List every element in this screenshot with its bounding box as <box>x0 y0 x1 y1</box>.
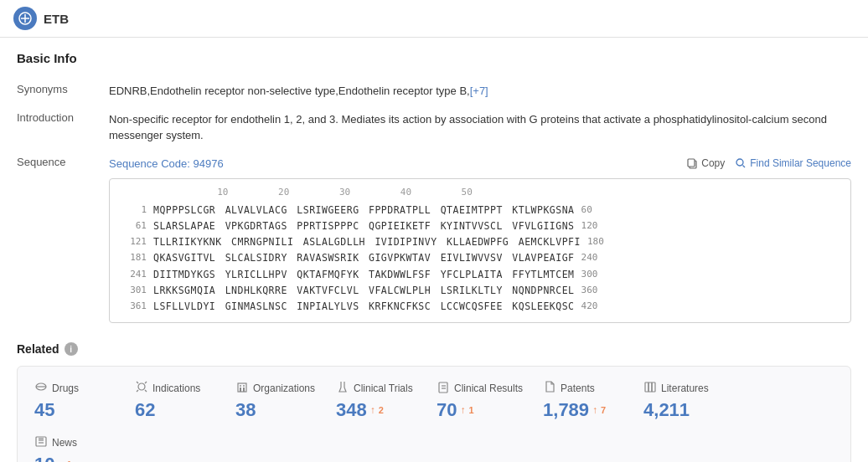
card-label-text: News <box>52 437 77 449</box>
sequence-ruler: 10 20 30 40 50 <box>120 186 840 200</box>
card-icon <box>543 380 556 396</box>
seq-data: LRKKSGMQIA LNDHLKQRRE VAKTVFCLVL VFALCWL… <box>153 284 575 298</box>
find-similar-button[interactable]: Find Similar Sequence <box>735 157 851 169</box>
seq-data: SLARSLAPAE VPKGDRTAGS PPRTISPPPC QGPIEIK… <box>153 219 575 234</box>
seq-end-num: 180 <box>587 235 604 249</box>
sequence-cell: Sequence Code: 94976 Copy <box>109 150 851 330</box>
introduction-text: Non-specific receptor for endothelin 1, … <box>109 105 851 150</box>
related-card-label: News <box>34 434 115 450</box>
sequence-label: Sequence <box>17 150 109 330</box>
card-count: 38 <box>235 399 256 421</box>
related-card-label: Patents <box>543 380 623 396</box>
synonyms-row: Synonyms EDNRB,Endothelin receptor non-s… <box>17 77 851 105</box>
seq-end-num: 420 <box>581 300 598 314</box>
svg-rect-16 <box>243 388 245 392</box>
related-card-value: 70 ↑1 <box>437 399 523 421</box>
related-cards: Drugs 45 Indications 62 Organizations 38… <box>17 366 851 462</box>
sequence-row-item: 1 MQPPPSLCGR ALVALVLACG LSRIWGEERG FPPDR… <box>120 203 840 218</box>
sequence-rows: 1 MQPPPSLCGR ALVALVLACG LSRIWGEERG FPPDR… <box>120 203 840 315</box>
introduction-label: Introduction <box>17 105 109 150</box>
main-content: Basic Info Synonyms EDNRB,Endothelin rec… <box>0 38 868 462</box>
sequence-row-item: 361 LSFLLVLDYI GINMASLNSC INPIALYLVS KRF… <box>120 300 840 314</box>
svg-rect-4 <box>688 159 695 167</box>
trend-count: 7 <box>601 405 606 415</box>
card-count: 45 <box>34 399 54 421</box>
card-label-text: Literatures <box>661 382 709 394</box>
related-card-label: Indications <box>135 380 215 396</box>
related-info-icon[interactable]: i <box>65 342 78 356</box>
card-count: 62 <box>135 399 155 421</box>
related-header: Related i <box>17 342 851 356</box>
related-card-value: 10 ↑1 <box>34 454 115 462</box>
copy-button[interactable]: Copy <box>686 157 725 169</box>
seq-start-num: 241 <box>120 268 153 282</box>
svg-line-11 <box>145 382 147 383</box>
related-card[interactable]: Indications 62 <box>135 380 235 434</box>
sequence-code: Sequence Code: 94976 <box>109 156 224 172</box>
synonyms-text: EDNRB,Endothelin receptor non-selective … <box>109 85 470 97</box>
svg-rect-26 <box>652 382 655 392</box>
svg-point-5 <box>736 159 743 166</box>
trend-up-icon: ↑ <box>370 404 375 416</box>
svg-rect-14 <box>238 383 246 392</box>
related-card-label: Organizations <box>235 380 316 396</box>
card-label-text: Drugs <box>52 382 79 394</box>
card-label-text: Clinical Results <box>454 382 523 394</box>
seq-start-num: 121 <box>120 235 153 249</box>
introduction-row: Introduction Non-specific receptor for e… <box>17 105 851 150</box>
related-card-value: 62 <box>135 399 215 421</box>
sequence-actions: Copy Find Similar Sequence <box>686 157 851 169</box>
related-card[interactable]: Drugs 45 <box>34 380 135 434</box>
svg-rect-15 <box>240 388 241 392</box>
related-card[interactable]: Organizations 38 <box>235 380 336 434</box>
related-card-value: 4,211 <box>643 399 724 421</box>
seq-end-num: 240 <box>581 251 598 265</box>
seq-data: DIITMDYKGS YLRICLLHPV QKTAFMQFYK TAKDWWL… <box>153 268 575 282</box>
seq-start-num: 61 <box>120 219 153 234</box>
related-card-label: Clinical Trials <box>336 380 416 396</box>
basic-info-table: Synonyms EDNRB,Endothelin receptor non-s… <box>17 77 851 329</box>
card-icon <box>643 380 657 396</box>
synonyms-more-link[interactable]: [+7] <box>470 85 488 97</box>
top-bar: ETB <box>0 0 868 38</box>
svg-rect-21 <box>439 382 447 393</box>
related-card-value: 45 <box>34 399 115 421</box>
basic-info-title: Basic Info <box>17 51 851 65</box>
svg-line-13 <box>145 390 147 392</box>
copy-icon <box>686 157 698 169</box>
page-title: ETB <box>44 12 69 26</box>
card-count: 10 <box>34 454 54 462</box>
seq-data: LSFLLVLDYI GINMASLNSC INPIALYLVS KRFKNCF… <box>153 300 575 314</box>
related-section: Related i Drugs 45 Indications 62 Organi… <box>17 342 851 462</box>
sequence-header: Sequence Code: 94976 Copy <box>109 156 851 172</box>
synonyms-value: EDNRB,Endothelin receptor non-selective … <box>109 77 851 105</box>
seq-start-num: 301 <box>120 284 153 298</box>
card-icon <box>336 380 349 396</box>
related-card-label: Drugs <box>34 380 115 396</box>
related-card-label: Clinical Results <box>437 380 523 396</box>
svg-rect-17 <box>240 385 241 387</box>
related-card[interactable]: Patents 1,789 ↑7 <box>543 380 643 434</box>
related-card[interactable]: Clinical Trials 348 ↑2 <box>336 380 437 434</box>
related-card-value: 38 <box>235 399 316 421</box>
search-icon <box>735 157 747 169</box>
card-icon <box>437 380 450 396</box>
card-label-text: Patents <box>561 382 595 394</box>
related-card[interactable]: Clinical Results 70 ↑1 <box>437 380 543 434</box>
svg-line-6 <box>743 166 746 168</box>
trend-count: 2 <box>379 405 384 415</box>
related-card-label: Literatures <box>643 380 724 396</box>
card-count: 70 <box>437 399 457 421</box>
svg-point-9 <box>138 383 145 390</box>
sequence-row: Sequence Sequence Code: 94976 Copy <box>17 150 851 330</box>
synonyms-label: Synonyms <box>17 77 109 105</box>
card-label-text: Clinical Trials <box>354 382 413 394</box>
svg-rect-18 <box>243 385 245 387</box>
card-label-text: Organizations <box>253 382 315 394</box>
card-count: 4,211 <box>643 399 690 421</box>
card-icon <box>135 380 148 396</box>
sequence-box[interactable]: 10 20 30 40 50 1 MQPPPSLCGR ALVALVLACG L… <box>109 178 851 323</box>
related-card[interactable]: Literatures 4,211 <box>643 380 744 434</box>
seq-start-num: 1 <box>120 203 153 218</box>
related-card[interactable]: News 10 ↑1 <box>34 434 135 462</box>
